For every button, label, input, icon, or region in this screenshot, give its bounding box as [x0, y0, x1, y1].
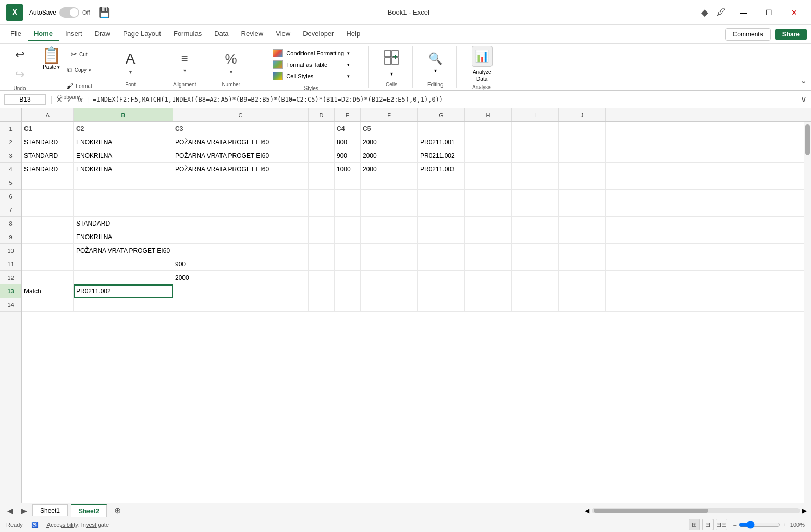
- cell-r8-c1[interactable]: [22, 217, 74, 230]
- cell-r13-c9[interactable]: [512, 284, 559, 298]
- cell-styles-button[interactable]: Cell Styles ▾: [271, 71, 352, 81]
- fx-label[interactable]: fx: [77, 95, 83, 104]
- cell-r5-c3[interactable]: [173, 176, 309, 190]
- table-row[interactable]: [22, 203, 804, 217]
- cell-r11-c6[interactable]: [361, 257, 418, 271]
- cell-r4-c11[interactable]: [606, 163, 610, 176]
- cell-r5-c1[interactable]: [22, 176, 74, 190]
- cell-r9-c7[interactable]: [418, 230, 465, 244]
- tab-developer[interactable]: Developer: [297, 28, 340, 41]
- cell-r14-c9[interactable]: [512, 298, 559, 312]
- cell-r2-c4[interactable]: [309, 135, 335, 149]
- cell-r4-c4[interactable]: [309, 163, 335, 176]
- col-header-e[interactable]: E: [335, 108, 361, 121]
- cell-r1-c9[interactable]: [512, 122, 559, 135]
- cell-r6-c10[interactable]: [559, 190, 606, 203]
- cell-r7-c1[interactable]: [22, 203, 74, 217]
- cell-r5-c6[interactable]: [361, 176, 418, 190]
- cell-r12-c8[interactable]: [465, 271, 512, 284]
- col-header-h[interactable]: H: [465, 108, 512, 121]
- cell-r7-c10[interactable]: [559, 203, 606, 217]
- cell-r12-c2[interactable]: [74, 271, 173, 284]
- cell-r8-c9[interactable]: [512, 217, 559, 230]
- formula-input[interactable]: =INDEX(F2:F5,MATCH(1,INDEX((B8=A2:A5)*(B…: [93, 96, 796, 103]
- page-layout-view-button[interactable]: ⊟: [702, 519, 714, 530]
- cell-r14-c3[interactable]: [173, 298, 309, 312]
- cell-r9-c10[interactable]: [559, 230, 606, 244]
- cell-r7-c11[interactable]: [606, 203, 610, 217]
- cell-r12-c4[interactable]: [309, 271, 335, 284]
- row-header-6[interactable]: 6: [0, 190, 21, 203]
- minimize-button[interactable]: —: [732, 4, 754, 21]
- cell-r7-c3[interactable]: [173, 203, 309, 217]
- cell-r6-c8[interactable]: [465, 190, 512, 203]
- cell-r8-c11[interactable]: [606, 217, 610, 230]
- cell-r5-c2[interactable]: [74, 176, 173, 190]
- cell-r7-c7[interactable]: [418, 203, 465, 217]
- cell-r6-c1[interactable]: [22, 190, 74, 203]
- cell-r11-c3[interactable]: 900: [173, 257, 309, 271]
- row-header-9[interactable]: 9: [0, 230, 21, 244]
- cell-r8-c5[interactable]: [335, 217, 361, 230]
- table-row[interactable]: STANDARDENOKRILNAPOŽARNA VRATA PROGET EI…: [22, 135, 804, 149]
- scrollbar-thumb[interactable]: [805, 124, 810, 155]
- cell-r14-c11[interactable]: [606, 298, 610, 312]
- cell-r4-c2[interactable]: ENOKRILNA: [74, 163, 173, 176]
- cell-r14-c10[interactable]: [559, 298, 606, 312]
- cell-r5-c9[interactable]: [512, 176, 559, 190]
- cell-r9-c5[interactable]: [335, 230, 361, 244]
- share-button[interactable]: Share: [775, 29, 807, 40]
- cell-r11-c10[interactable]: [559, 257, 606, 271]
- cell-r8-c7[interactable]: [418, 217, 465, 230]
- cell-r10-c4[interactable]: [309, 244, 335, 257]
- vertical-scrollbar[interactable]: [804, 122, 811, 503]
- paste-button[interactable]: 📋 Paste ▾: [42, 46, 61, 70]
- sheet-nav-next[interactable]: ▶: [18, 505, 30, 516]
- cell-r14-c8[interactable]: [465, 298, 512, 312]
- cell-r9-c3[interactable]: [173, 230, 309, 244]
- cell-r10-c7[interactable]: [418, 244, 465, 257]
- scroll-right[interactable]: ▶: [802, 507, 807, 514]
- cell-r6-c6[interactable]: [361, 190, 418, 203]
- formula-confirm[interactable]: ✓: [67, 95, 73, 104]
- cell-r4-c8[interactable]: [465, 163, 512, 176]
- cell-r14-c4[interactable]: [309, 298, 335, 312]
- cell-r12-c6[interactable]: [361, 271, 418, 284]
- row-header-1[interactable]: 1: [0, 122, 21, 135]
- cell-r4-c5[interactable]: 1000: [335, 163, 361, 176]
- cell-r11-c9[interactable]: [512, 257, 559, 271]
- tab-review[interactable]: Review: [235, 28, 270, 41]
- cell-r7-c2[interactable]: [74, 203, 173, 217]
- cell-r2-c1[interactable]: STANDARD: [22, 135, 74, 149]
- cell-r8-c6[interactable]: [361, 217, 418, 230]
- cell-r11-c7[interactable]: [418, 257, 465, 271]
- cell-r10-c2[interactable]: POŽARNA VRATA PROGET EI60: [74, 244, 173, 257]
- row-header-8[interactable]: 8: [0, 217, 21, 230]
- cell-r9-c2[interactable]: ENOKRILNA: [74, 230, 173, 244]
- tab-help[interactable]: Help: [340, 28, 366, 41]
- cell-r2-c10[interactable]: [559, 135, 606, 149]
- cell-r13-c7[interactable]: [418, 284, 465, 298]
- cell-r8-c3[interactable]: [173, 217, 309, 230]
- table-row[interactable]: C1C2C3C4C5: [22, 122, 804, 135]
- redo-button[interactable]: ↪: [9, 66, 30, 83]
- cell-r2-c11[interactable]: [606, 135, 610, 149]
- cell-r13-c2[interactable]: PR0211.002: [74, 284, 173, 298]
- cell-r5-c11[interactable]: [606, 176, 610, 190]
- cell-r1-c8[interactable]: [465, 122, 512, 135]
- cell-r2-c9[interactable]: [512, 135, 559, 149]
- cell-r13-c10[interactable]: [559, 284, 606, 298]
- cell-r5-c8[interactable]: [465, 176, 512, 190]
- cell-r12-c5[interactable]: [335, 271, 361, 284]
- cell-r6-c3[interactable]: [173, 190, 309, 203]
- zoom-minus[interactable]: –: [733, 522, 736, 528]
- cell-r8-c2[interactable]: STANDARD: [74, 217, 173, 230]
- col-header-c[interactable]: C: [173, 108, 309, 121]
- accessibility-label[interactable]: Accessibility: Investigate: [47, 522, 109, 528]
- cell-r13-c3[interactable]: [173, 284, 309, 298]
- cell-r13-c6[interactable]: [361, 284, 418, 298]
- tab-page-layout[interactable]: Page Layout: [117, 28, 167, 41]
- cell-r9-c6[interactable]: [361, 230, 418, 244]
- table-row[interactable]: STANDARD: [22, 217, 804, 230]
- row-header-5[interactable]: 5: [0, 176, 21, 190]
